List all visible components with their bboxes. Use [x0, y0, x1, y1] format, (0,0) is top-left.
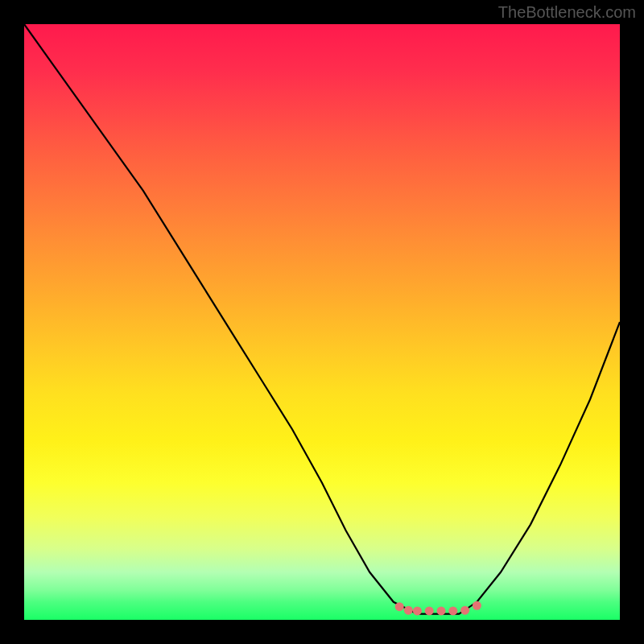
- optimal-marker-dot: [395, 602, 404, 611]
- optimal-marker-dot: [460, 606, 469, 615]
- bottleneck-curve: [24, 24, 620, 614]
- watermark-text: TheBottleneck.com: [498, 3, 636, 22]
- optimal-marker-dot: [473, 601, 481, 610]
- optimal-zone-markers: [395, 601, 481, 616]
- optimal-marker-dot: [404, 606, 413, 615]
- optimal-marker-dot: [448, 606, 457, 615]
- chart-svg: [24, 24, 620, 620]
- chart-container: TheBottleneck.com: [0, 0, 644, 644]
- optimal-marker-dot: [437, 606, 446, 615]
- optimal-marker-dot: [413, 606, 422, 615]
- optimal-marker-dot: [425, 606, 434, 615]
